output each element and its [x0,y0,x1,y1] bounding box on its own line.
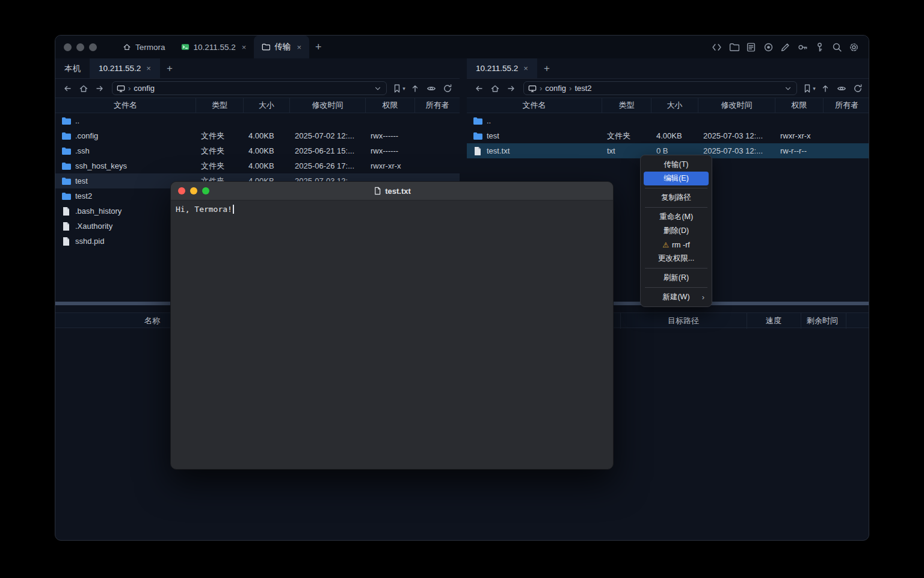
chevron-down-icon[interactable] [784,84,792,93]
folder-icon [61,146,71,156]
pane-tab-host[interactable]: 10.211.55.2 × [90,58,160,78]
folder-icon [473,131,482,141]
file-row[interactable]: .ssh 文件夹 4.00KB 2025-06-21 15:... rwx---… [55,143,460,158]
home-button[interactable] [77,82,90,95]
column-header-size[interactable]: 大小 [244,98,290,113]
column-header-type[interactable]: 类型 [196,98,244,113]
bookmark-button[interactable]: ▾ [802,82,816,95]
bookmark-dropdown-icon[interactable]: ▾ [402,85,405,92]
close-window-button[interactable] [64,43,72,51]
column-header-owner[interactable]: 所有者 [415,98,460,113]
editor-titlebar[interactable]: test.txt [171,182,613,200]
editor-pencil-icon[interactable] [780,42,790,52]
bookmark-dropdown-icon[interactable]: ▾ [813,85,816,92]
folder-icon [61,191,71,201]
file-perm: rwxr-xr-x [366,161,415,170]
menu-item-rm-rf[interactable]: ⚠ rm -rf [644,238,709,252]
column-header-type[interactable]: 类型 [602,98,651,113]
menu-item-transfer[interactable]: 传输(T) [644,158,709,172]
menu-item-change-permissions[interactable]: 更改权限... [644,252,709,266]
folder-icon [61,161,71,171]
file-row[interactable]: test 文件夹 4.00KB 2025-07-03 12:... rwxr-x… [467,128,869,143]
column-separator [801,313,801,329]
show-hidden-button[interactable] [835,82,848,95]
tab-host-10-211-55-2[interactable]: 10.211.55.2 × [173,36,254,58]
tab-transfer[interactable]: 传输 × [254,36,309,58]
zoom-window-button[interactable] [89,43,97,51]
column-header-modified[interactable]: 修改时间 [698,98,775,113]
macro-record-icon[interactable] [763,42,774,52]
column-header-modified[interactable]: 修改时间 [290,98,366,113]
menu-item-rename[interactable]: 重命名(M) [644,210,709,224]
editor-zoom-button[interactable] [202,187,209,194]
column-header-speed[interactable]: 速度 [766,313,781,329]
minimize-window-button[interactable] [76,43,84,51]
close-tab-icon[interactable]: × [242,43,247,52]
file-row[interactable]: .. [467,113,869,128]
refresh-button[interactable] [851,82,864,95]
pane-tab-local[interactable]: 本机 [55,58,90,78]
column-header-perm[interactable]: 权限 [366,98,415,113]
close-tab-icon[interactable]: × [297,43,301,52]
bookmark-button[interactable]: ▾ [392,82,405,95]
column-header-filename[interactable]: 文件名 [467,98,602,113]
editor-text: Hi, Termora! [176,205,232,214]
menu-item-new[interactable]: 新建(W) › [644,290,709,304]
forward-button[interactable] [93,82,106,95]
folder-icon [61,116,71,126]
menu-item-copy-path[interactable]: 复制路径 [644,191,709,205]
file-manager-icon[interactable] [729,42,739,52]
close-tab-icon[interactable]: × [146,64,151,73]
chevron-down-icon[interactable] [374,84,382,93]
column-header-size[interactable]: 大小 [651,98,698,113]
settings-gear-icon[interactable] [849,42,859,52]
column-header-eta[interactable]: 剩余时间 [807,313,838,329]
new-tab-button[interactable]: + [309,36,328,58]
breadcrumb-separator: › [540,84,542,93]
show-hidden-button[interactable] [425,82,438,95]
path-bar[interactable]: › config [112,81,387,95]
code-snippets-icon[interactable] [712,42,722,52]
editor-title-text: test.txt [385,187,411,196]
back-button[interactable] [472,82,485,95]
home-button[interactable] [488,82,502,95]
upload-button[interactable] [819,82,832,95]
log-viewer-icon[interactable] [746,42,756,52]
column-header-filename[interactable]: 文件名 [55,98,196,113]
refresh-button[interactable] [441,82,454,95]
pane-tab-host[interactable]: 10.211.55.2 × [467,58,537,78]
file-type: 文件夹 [602,131,651,141]
key-manager-icon[interactable] [798,42,808,52]
column-header-owner[interactable]: 所有者 [824,98,869,113]
editor-content[interactable]: Hi, Termora! [171,200,613,218]
left-pane-toolbar: › config ▾ [55,79,460,98]
back-button[interactable] [61,82,74,95]
editor-close-button[interactable] [178,187,185,194]
forward-button[interactable] [505,82,518,95]
file-row[interactable]: ssh_host_keys 文件夹 4.00KB 2025-06-26 17:.… [55,158,460,173]
column-header-perm[interactable]: 权限 [775,98,824,113]
close-tab-icon[interactable]: × [523,64,528,73]
file-name: .Xauthority [75,222,112,231]
column-header-name[interactable]: 名称 [144,313,160,329]
pane-new-tab-button[interactable]: + [537,58,556,78]
titlebar-toolbar [712,42,869,52]
file-name: sshd.pid [75,237,104,246]
column-header-destination[interactable]: 目标路径 [668,313,699,329]
path-bar[interactable]: › config › test2 [523,81,797,95]
pane-new-tab-button[interactable]: + [160,58,179,78]
file-table-body: .. test 文件夹 4.00KB 2025-07-03 12:... rwx… [467,113,869,158]
upload-button[interactable] [408,82,422,95]
menu-item-label: 新建(W) [662,292,689,302]
warning-icon: ⚠ [662,241,669,249]
file-row[interactable]: .config 文件夹 4.00KB 2025-07-02 12:... rwx… [55,128,460,143]
file-icon [61,207,71,216]
editor-minimize-button[interactable] [190,187,197,194]
menu-item-edit[interactable]: 编辑(E) [644,172,709,185]
keychain-icon[interactable] [815,42,825,52]
menu-item-delete[interactable]: 删除(D) [644,224,709,238]
search-icon[interactable] [832,42,842,52]
menu-item-refresh[interactable]: 刷新(R) [644,271,709,285]
tab-termora[interactable]: Termora [115,36,173,58]
file-row[interactable]: .. [55,113,460,128]
